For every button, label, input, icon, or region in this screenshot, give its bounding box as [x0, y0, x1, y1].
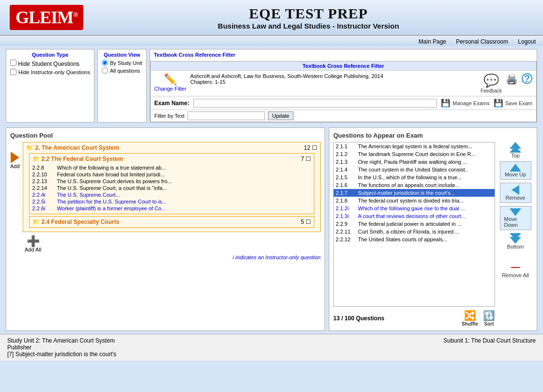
- filter-text-label: Filter by Text: [155, 113, 185, 119]
- move-up-btn[interactable]: Move Up: [500, 161, 531, 180]
- app-title: EQE TEST PREP: [83, 5, 533, 22]
- aq-2-1-7[interactable]: 2.1.7 Subject-matter jurisdiction is the…: [334, 189, 495, 197]
- exam-row: Exam Name: 💾 Manage Exams 💾 Save Exam: [151, 96, 536, 110]
- aq-text-2-1-8: The federal court system is divided into…: [358, 198, 464, 204]
- subchapter-24-item: 📁 2.4 Federal Specialty Courts 5 ☐: [29, 216, 314, 228]
- hide-student-checkbox[interactable]: [10, 60, 16, 66]
- filter-container: Textbook Cross Reference Filter ✏️ Chang…: [150, 61, 537, 122]
- subchapter-22-item: 📁 2.2 The Federal Court System 7 ☐ 2.2.8: [29, 153, 314, 214]
- q-2-2-13[interactable]: 2.2.13 The U.S. Supreme Court derives it…: [32, 178, 311, 185]
- save-exam-btn[interactable]: 💾 Save Exam: [494, 98, 532, 108]
- move-down-btn[interactable]: Move Down: [500, 206, 531, 230]
- by-study-unit-radio[interactable]: [102, 60, 108, 66]
- aq-2-1-4[interactable]: 2.1.4 The court system in the United Sta…: [334, 166, 495, 173]
- hide-student-text: Hide Student Questions: [18, 61, 79, 67]
- move-down-label: Move Down: [504, 216, 527, 228]
- appear-sidebar: Top Move Up Remove Move: [498, 142, 533, 327]
- question-pool-title: Question Pool: [10, 132, 321, 139]
- filter-text-input[interactable]: [187, 111, 265, 120]
- filter-title: Textbook Cross Reference Filter: [154, 52, 236, 58]
- filter-content: ✏️ Change Filter Ashcroft and Ashcroft, …: [151, 71, 536, 96]
- exam-name-label: Exam Name:: [155, 100, 189, 107]
- subchapter-22-count: 7 ☐: [301, 156, 311, 162]
- exam-name-input[interactable]: [193, 99, 437, 108]
- questions-appear-panel: Questions to Appear on Exam 2.1.1 The Am…: [329, 127, 537, 331]
- bottom-status-row2: Publisher: [7, 344, 536, 351]
- remove-btn[interactable]: Remove: [500, 183, 531, 203]
- hide-instructor-label[interactable]: Hide Instructor-only Questions: [10, 69, 90, 75]
- remove-all-btn[interactable]: — Remove All: [502, 262, 529, 278]
- chapter-2-title: 📁 2. The American Court System: [26, 144, 120, 151]
- aq-2-1-6[interactable]: 2.1.6 The functions of an appeals court …: [334, 181, 495, 189]
- filter-text-row: Filter by Text Update: [151, 110, 536, 122]
- aq-num-2-1-5: 2.1.5: [336, 174, 355, 180]
- change-filter-label: Change Filter: [155, 86, 186, 92]
- aq-text-2-1-6: The functions of an appeals court includ…: [358, 182, 460, 188]
- feedback-btn[interactable]: 💬 Feedback: [481, 73, 502, 94]
- logout-link[interactable]: Logout: [518, 38, 536, 45]
- floppy-icon-manage: 💾: [441, 98, 450, 108]
- logo-text: GLEIM: [16, 8, 73, 27]
- sort-btn[interactable]: 🔃 Sort: [483, 310, 495, 327]
- sort-icon: 🔃: [483, 310, 495, 321]
- print-btn[interactable]: 🖨️: [506, 73, 518, 85]
- update-btn[interactable]: Update: [268, 111, 294, 120]
- q-2-2-10[interactable]: 2.2.10 Federal courts have broad but lim…: [32, 171, 311, 178]
- gleim-logo: GLEIM®: [10, 5, 83, 30]
- pool-left-side: Add: [10, 142, 20, 234]
- chapter-2-header[interactable]: 📁 2. The American Court System 12 ☐: [26, 144, 317, 151]
- aq-2-1-3i[interactable]: 2.1.3i A court that reviews decisions of…: [334, 212, 495, 220]
- add-btn[interactable]: Add: [10, 152, 20, 169]
- aq-2-2-11[interactable]: 2.2.11 Curt Smith, a citizen of Florida,…: [334, 228, 495, 235]
- aq-text-2-1-2: The landmark Supreme Court decision in E…: [358, 151, 476, 157]
- aq-2-1-2i[interactable]: 2.1.2i Which of the following gave rise …: [334, 204, 495, 212]
- main-area: Question Type Hide Student Questions Hid…: [0, 46, 543, 334]
- aq-text-2-1-3: One night, Paula Plaintiff was walking a…: [358, 159, 467, 165]
- subchapter-24-header[interactable]: 📁 2.4 Federal Specialty Courts 5 ☐: [32, 219, 311, 225]
- hide-instructor-checkbox[interactable]: [10, 69, 16, 75]
- all-questions-label[interactable]: All questions: [102, 67, 142, 74]
- aq-text-2-1-3i: A court that reviews decisions of other …: [358, 213, 465, 219]
- q-2-2-8[interactable]: 2.2.8 Which of the following is a true s…: [32, 164, 311, 171]
- remove-all-label: Remove All: [502, 272, 529, 278]
- aq-text-2-1-4: The court system in the United States co…: [358, 167, 468, 172]
- top-btn[interactable]: Top: [510, 142, 521, 158]
- add-label: Add: [10, 163, 20, 169]
- aq-2-2-9[interactable]: 2.2.9 The federal judicial power is arti…: [334, 220, 495, 228]
- feedback-speech-icon: 💬: [483, 73, 499, 88]
- shuffle-btn[interactable]: 🔀 Shuffle: [462, 310, 478, 327]
- hide-student-label[interactable]: Hide Student Questions: [10, 61, 79, 67]
- add-all-label: Add All: [25, 247, 41, 252]
- panels-row: Question Pool Add 📁: [6, 127, 537, 331]
- q-2-2-4i[interactable]: 2.2.4i The U.S. Supreme Court...: [32, 191, 311, 198]
- q-num-2-2-6i: 2.2.6i: [32, 205, 54, 211]
- subchapter-22-header[interactable]: 📁 2.2 The Federal Court System 7 ☐: [32, 156, 311, 162]
- personal-classroom-link[interactable]: Personal Classroom: [456, 38, 508, 45]
- bottom-btn[interactable]: Bottom: [507, 233, 524, 250]
- aq-2-1-1[interactable]: 2.1.1 The American legal system is a fed…: [334, 142, 495, 150]
- add-all-btn[interactable]: ➕ Add All: [25, 236, 41, 252]
- q-2-2-5i[interactable]: 2.2.5i The petition for the U.S. Supreme…: [32, 198, 311, 205]
- change-filter-btn[interactable]: ✏️ Change Filter: [155, 73, 186, 92]
- main-page-link[interactable]: Main Page: [419, 38, 446, 45]
- q-text-2-2-8: Which of the following is a true stateme…: [57, 165, 166, 171]
- manage-exams-btn[interactable]: 💾 Manage Exams: [441, 98, 489, 108]
- instructor-note: i indicates an Instructor-only question: [10, 254, 321, 260]
- shuffle-label: Shuffle: [462, 321, 478, 327]
- aq-2-1-2[interactable]: 2.1.2 The landmark Supreme Court decisio…: [334, 150, 495, 158]
- appear-with-side: 2.1.1 The American legal system is a fed…: [333, 142, 533, 327]
- by-study-unit-label[interactable]: By Study Unit: [102, 60, 142, 66]
- q-2-2-6i[interactable]: 2.2.6i Worker (plaintiff) is a former em…: [32, 205, 311, 212]
- sort-label: Sort: [484, 321, 494, 327]
- all-questions-radio[interactable]: [102, 67, 108, 74]
- aq-2-1-3[interactable]: 2.1.3 One night, Paula Plaintiff was wal…: [334, 158, 495, 166]
- q-num-2-2-5i: 2.2.5i: [32, 199, 54, 204]
- help-btn[interactable]: ?: [522, 73, 532, 84]
- q-text-2-2-13: The U.S. Supreme Court derives its power…: [57, 178, 172, 184]
- pool-content: 📁 2. The American Court System 12 ☐: [23, 142, 321, 234]
- aq-2-1-5[interactable]: 2.1.5 In the U.S., which of the followin…: [334, 173, 495, 181]
- aq-2-1-8[interactable]: 2.1.8 The federal court system is divide…: [334, 197, 495, 204]
- aq-num-2-1-7: 2.1.7: [336, 190, 355, 196]
- q-2-2-14[interactable]: 2.2.14 The U.S. Supreme Court, a court t…: [32, 185, 311, 191]
- aq-2-2-12[interactable]: 2.2.12 The United States courts of appea…: [334, 235, 495, 243]
